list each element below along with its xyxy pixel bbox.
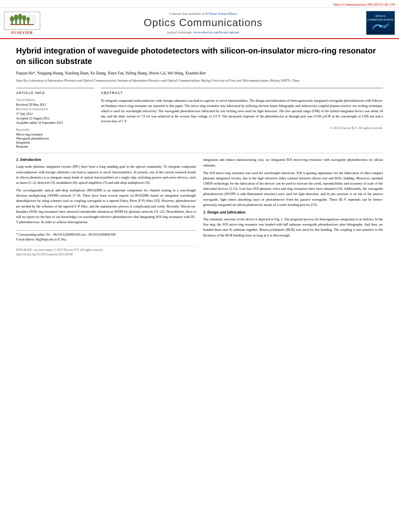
doi-line: http://dx.doi.org/10.1016/j.optcom.2012.… — [16, 252, 196, 257]
revised-label: Received in revised form — [16, 107, 95, 111]
svg-point-10 — [27, 17, 30, 22]
article-info-column: ARTICLE INFO Article history: Received 2… — [16, 88, 95, 149]
elsevier-logo-inner — [4, 12, 40, 30]
copyright-line: © 2012 Elsevier B.V. All rights reserved… — [101, 126, 383, 130]
article-history-label: Article history: — [16, 98, 95, 102]
intro-section-num: 1. — [16, 157, 19, 162]
journal-homepage: journal homepage: www.elsevier.com/locat… — [44, 30, 362, 34]
available-date: Available online 10 September 2012 — [16, 121, 95, 125]
revised-date: 17 July 2012 — [16, 112, 95, 116]
cover-graphic-icon — [370, 21, 391, 31]
svg-point-12 — [379, 25, 382, 27]
elsevier-logo: ELSEVIER — [4, 12, 40, 35]
intro-right-para-1: integration and reduce manufacturing cos… — [203, 157, 383, 168]
abstract-title: ABSTRACT — [101, 91, 383, 95]
affiliation: State Key Laboratory of Information Phot… — [16, 78, 383, 83]
abstract-text: To integrate compound semiconductors wit… — [101, 98, 383, 124]
sciverse-line: Contents lists available at SciVerse Sci… — [44, 12, 362, 16]
received-date: Received 29 May 2012 — [16, 103, 95, 107]
article-info-title: ARTICLE INFO — [16, 91, 95, 95]
journal-cover-image: OPTICSCOMMUNICATIONS — [366, 11, 395, 35]
footnote-area: * Corresponding author. Tel.: +86 010 62… — [16, 230, 196, 242]
section-divider — [16, 153, 383, 153]
abstract-column: ABSTRACT To integrate compound semicondu… — [101, 88, 383, 149]
keywords-label: Keywords: — [16, 128, 95, 131]
design-section-num: 2. — [203, 210, 206, 214]
keyword-3: Integration — [16, 141, 95, 144]
intro-para-2: The reconfigurable optical add–drop mult… — [16, 188, 196, 225]
journal-header: Optics Communications 286 (2013) 146–150 — [0, 0, 399, 39]
intro-section-label: Introduction — [20, 157, 41, 162]
svg-point-14 — [384, 27, 385, 28]
svg-point-13 — [376, 25, 377, 26]
body-section: 1. Introduction Large-scale photonic int… — [16, 157, 383, 257]
authors-text: Fuquan Hu*, Yongqing Huang, Xiaofeng Dua… — [16, 71, 206, 75]
body-left-column: 1. Introduction Large-scale photonic int… — [16, 157, 196, 257]
svg-point-6 — [18, 14, 22, 20]
design-para-1: The schematic structure of the device is… — [203, 217, 383, 238]
svg-point-2 — [10, 16, 14, 22]
journal-top-bar: Optics Communications 286 (2013) 146–150 — [0, 2, 399, 8]
corresponding-author-note: * Corresponding author. Tel.: +86 010 62… — [16, 232, 196, 237]
paper-content: Hybrid integration of waveguide photodet… — [0, 39, 399, 265]
journal-ref: Optics Communications 286 (2013) 146–150 — [333, 2, 395, 6]
elsevier-tree-icon — [7, 13, 37, 27]
journal-title: Optics Communications — [44, 16, 362, 29]
keyword-4: Response — [16, 145, 95, 148]
journal-center: Contents lists available at SciVerse Sci… — [44, 12, 362, 34]
header-content: ELSEVIER Contents lists available at Sci… — [0, 8, 399, 38]
svg-point-8 — [22, 15, 26, 21]
article-meta-section: ARTICLE INFO Article history: Received 2… — [16, 88, 383, 149]
body-right-column: integration and reduce manufacturing cos… — [203, 157, 383, 257]
intro-para-1: Large-scale photonic integrated circuits… — [16, 164, 196, 185]
issn-line: 0030-4018/$ - see front matter © 2012 El… — [16, 248, 196, 252]
journal-homepage-link[interactable]: www.elsevier.com/locate/optcom — [193, 30, 239, 34]
authors-line: Fuquan Hu*, Yongqing Huang, Xiaofeng Dua… — [16, 70, 383, 76]
keyword-1: Micro-ring resonator — [16, 133, 95, 136]
cover-title: OPTICSCOMMUNICATIONS — [367, 14, 393, 21]
keyword-2: Waveguide photodetector — [16, 137, 95, 140]
svg-point-4 — [14, 14, 18, 21]
paper-title: Hybrid integration of waveguide photodet… — [16, 45, 383, 66]
footer-bar: 0030-4018/$ - see front matter © 2012 El… — [16, 246, 196, 257]
introduction-title: 1. Introduction — [16, 157, 196, 162]
sciverse-link[interactable]: SciVerse ScienceDirect — [205, 12, 237, 16]
email-note: E-mail address: hfq@bupt.edu.cn (F. Hu). — [16, 237, 196, 242]
intro-right-para-2: The SOI micro-ring resonator was used fo… — [203, 170, 383, 207]
design-section-label: Design and fabrication — [207, 210, 245, 214]
design-title: 2. Design and fabrication — [203, 210, 383, 214]
elsevier-brand-text: ELSEVIER — [4, 31, 40, 35]
accepted-date: Accepted 12 August 2012 — [16, 117, 95, 120]
svg-rect-11 — [10, 24, 34, 25]
